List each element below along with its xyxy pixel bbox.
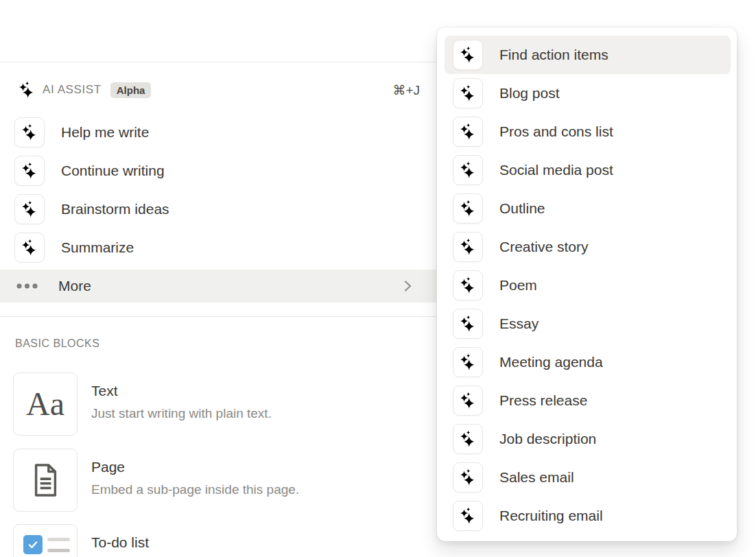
submenu-item-social-media-post[interactable]: Social media post — [445, 151, 731, 189]
chevron-right-icon — [401, 278, 414, 294]
submenu-item-press-release[interactable]: Press release — [445, 381, 731, 420]
ai-sparkle-icon — [453, 309, 483, 339]
ai-sparkle-icon — [453, 40, 483, 70]
ai-sparkle-icon — [14, 194, 45, 224]
submenu-item-label: Blog post — [499, 85, 560, 102]
keyboard-shortcut-label: ⌘+J — [392, 82, 420, 98]
block-item-todo-list[interactable]: To-do list — [13, 524, 436, 557]
ai-item-continue-writing[interactable]: Continue writing — [0, 152, 436, 190]
submenu-item-poem[interactable]: Poem — [445, 266, 731, 305]
ai-sparkle-icon — [453, 270, 483, 300]
submenu-item-label: Outline — [499, 200, 545, 217]
submenu-item-label: Meeting agenda — [499, 354, 603, 370]
todo-checkbox-icon — [13, 524, 78, 557]
submenu-item-recruiting-email[interactable]: Recruiting email — [445, 497, 731, 535]
ai-item-brainstorm-ideas[interactable]: Brainstorm ideas — [0, 190, 436, 228]
ai-sparkle-icon — [453, 347, 483, 377]
ai-item-label: Continue writing — [61, 163, 165, 179]
block-subtitle: Embed a sub-page inside this page. — [91, 482, 299, 497]
ai-sparkle-icon — [453, 501, 483, 531]
submenu-item-label: Poem — [499, 277, 537, 294]
ai-item-more[interactable]: More — [0, 270, 436, 303]
ai-sparkle-icon — [14, 156, 45, 186]
page-document-icon — [13, 449, 78, 512]
submenu-item-creative-story[interactable]: Creative story — [445, 228, 731, 266]
ai-item-label: Help me write — [61, 124, 149, 141]
ai-sparkle-icon — [453, 78, 483, 108]
ai-assist-label: AI ASSIST — [43, 83, 102, 97]
submenu-item-label: Essay — [499, 316, 539, 332]
submenu-item-job-description[interactable]: Job description — [445, 420, 731, 458]
ai-sparkle-icon — [453, 155, 483, 185]
ai-sparkle-icon — [453, 386, 483, 416]
submenu-item-essay[interactable]: Essay — [445, 305, 731, 343]
submenu-item-sales-email[interactable]: Sales email — [445, 458, 731, 497]
submenu-item-label: Press release — [499, 392, 587, 409]
slash-menu-panel: AI ASSIST Alpha ⌘+J Help me write Contin… — [0, 62, 436, 557]
block-item-text[interactable]: Aa Text Just start writing with plain te… — [13, 372, 436, 436]
submenu-item-label: Social media post — [499, 162, 613, 178]
submenu-item-outline[interactable]: Outline — [445, 189, 731, 228]
submenu-item-label: Creative story — [499, 239, 589, 255]
ai-submenu-popup: Find action items Blog post Pros and con… — [437, 27, 737, 541]
submenu-item-label: Recruiting email — [499, 508, 603, 524]
ai-sparkle-icon — [453, 232, 483, 262]
ai-sparkle-icon — [18, 81, 36, 99]
block-subtitle: Just start writing with plain text. — [91, 405, 272, 421]
submenu-item-label: Sales email — [499, 469, 574, 486]
ai-sparkle-icon — [453, 424, 483, 454]
ai-sparkle-icon — [453, 117, 483, 147]
ai-item-label: Summarize — [61, 239, 134, 256]
submenu-item-find-action-items[interactable]: Find action items — [445, 36, 731, 74]
alpha-badge: Alpha — [110, 82, 152, 98]
ai-sparkle-icon — [453, 462, 483, 493]
submenu-item-label: Find action items — [499, 47, 609, 63]
ai-sparkle-icon — [14, 117, 45, 147]
block-title: Page — [91, 458, 299, 475]
basic-blocks-heading: BASIC BLOCKS — [15, 337, 436, 350]
text-aa-icon: Aa — [13, 372, 78, 436]
block-item-page[interactable]: Page Embed a sub-page inside this page. — [13, 449, 436, 512]
ai-sparkle-icon — [453, 193, 483, 224]
ai-item-label: Brainstorm ideas — [61, 201, 169, 217]
ellipsis-icon — [16, 282, 38, 290]
submenu-item-meeting-agenda[interactable]: Meeting agenda — [445, 343, 731, 381]
block-title: To-do list — [91, 534, 149, 551]
ai-sparkle-icon — [14, 233, 45, 263]
more-label: More — [58, 278, 91, 294]
submenu-item-blog-post[interactable]: Blog post — [445, 74, 731, 112]
ai-item-help-me-write[interactable]: Help me write — [0, 113, 436, 152]
section-divider — [0, 316, 436, 317]
ai-assist-item-list: Help me write Continue writing Brainstor… — [0, 113, 436, 267]
ai-assist-header: AI ASSIST Alpha ⌘+J — [0, 75, 436, 105]
block-title: Text — [91, 382, 272, 399]
submenu-item-pros-and-cons-list[interactable]: Pros and cons list — [445, 112, 731, 151]
submenu-item-label: Job description — [499, 431, 596, 447]
ai-item-summarize[interactable]: Summarize — [0, 228, 436, 267]
submenu-item-label: Pros and cons list — [499, 123, 613, 140]
